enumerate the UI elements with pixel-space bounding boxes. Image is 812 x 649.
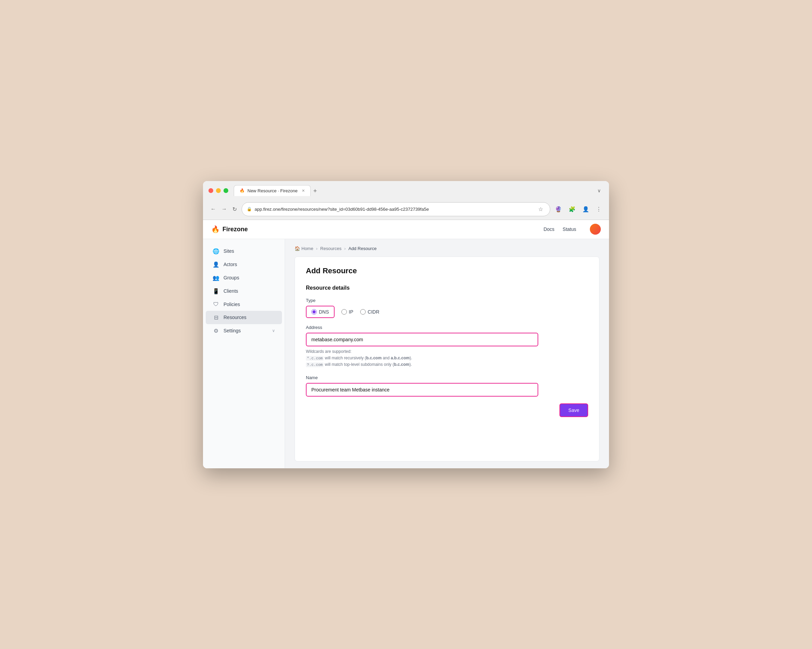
type-label: Type [306, 298, 588, 303]
new-tab-button[interactable]: + [311, 186, 320, 196]
profile-extensions-button[interactable]: 🧩 [566, 205, 578, 214]
sidebar-label-actors: Actors [223, 262, 237, 267]
tab-title: New Resource · Firezone [247, 188, 298, 193]
address-hint: Wildcards are supported: *.c.com will ma… [306, 349, 588, 368]
tab-favicon: 🔥 [240, 188, 245, 193]
status-link[interactable]: Status [563, 227, 576, 232]
person-icon: 👤 [212, 261, 220, 268]
dns-radio-option[interactable]: DNS [311, 309, 329, 315]
dns-label: DNS [319, 309, 329, 315]
back-button[interactable]: ← [209, 205, 218, 214]
tab-bar: 🔥 New Resource · Firezone ✕ + [234, 185, 595, 196]
hint-1-bold2: a.b.c.com [391, 356, 409, 360]
breadcrumb-home-link[interactable]: 🏠 Home [295, 246, 313, 251]
hint-2-text: will match top-level subdomains only ( [324, 362, 394, 367]
extensions-button[interactable]: 🔮 [553, 205, 564, 214]
dns-radio-input[interactable] [311, 309, 317, 315]
stack-icon: ⊟ [212, 314, 220, 321]
group-icon: 👥 [212, 275, 220, 281]
security-icon: 🔒 [247, 207, 252, 212]
sidebar-item-settings[interactable]: ⚙ Settings ∨ [206, 324, 282, 337]
hint-1-and: and [382, 356, 391, 360]
refresh-button[interactable]: ↻ [230, 205, 239, 214]
address-label: Address [306, 325, 588, 330]
minimize-button[interactable] [216, 188, 221, 193]
app-header: 🔥 Firezone Docs Status [203, 220, 609, 239]
ip-radio-input[interactable] [341, 309, 347, 315]
browser-collapse-button[interactable]: ∨ [595, 186, 603, 195]
page-card: Add Resource Resource details Type DNS [295, 256, 600, 462]
logo-icon: 🔥 [211, 225, 220, 233]
sidebar-item-groups[interactable]: 👥 Groups [206, 271, 282, 285]
home-icon: 🏠 [295, 246, 300, 251]
hint-1-text: will match recursively ( [324, 356, 366, 360]
sidebar-label-clients: Clients [223, 288, 238, 294]
gear-icon: ⚙ [212, 328, 220, 334]
section-title: Resource details [306, 285, 588, 291]
address-bar[interactable]: 🔒 app.firez.one/firezone/resources/new?s… [242, 202, 550, 216]
ip-label: IP [349, 309, 353, 315]
sidebar-label-groups: Groups [223, 275, 239, 280]
docs-link[interactable]: Docs [543, 227, 554, 232]
hint-wildcard-star: *.c.com [306, 356, 324, 361]
browser-titlebar: 🔥 New Resource · Firezone ✕ + ∨ [209, 185, 603, 196]
nav-buttons: ← → ↻ [209, 205, 239, 214]
breadcrumb-separator-2: › [344, 246, 345, 251]
phone-icon: 📱 [212, 288, 220, 294]
page-content: 🏠 Home › Resources › Add Resource Add Re… [285, 239, 609, 468]
menu-button[interactable]: ⋮ [594, 205, 603, 214]
hint-wildcard-q: ?.c.com [306, 363, 324, 367]
cidr-radio-option[interactable]: CIDR [360, 309, 379, 315]
form-actions: Save [306, 404, 588, 417]
dns-type-box: DNS [306, 306, 334, 318]
type-radio-group: DNS IP CIDR [306, 306, 588, 318]
type-form-group: Type DNS IP [306, 298, 588, 318]
sidebar-item-sites[interactable]: 🌐 Sites [206, 245, 282, 258]
browser-chrome: 🔥 New Resource · Firezone ✕ + ∨ ← → ↻ 🔒 … [203, 181, 609, 220]
close-button[interactable] [209, 188, 213, 193]
breadcrumb-resources-link[interactable]: Resources [320, 246, 341, 251]
hint-title: Wildcards are supported: [306, 349, 351, 354]
toolbar-actions: 🔮 🧩 👤 ⋮ [553, 205, 603, 214]
sidebar-item-clients[interactable]: 📱 Clients [206, 285, 282, 298]
name-input[interactable] [306, 383, 538, 396]
save-button[interactable]: Save [559, 404, 588, 417]
sidebar-label-policies: Policies [223, 302, 240, 307]
sidebar-item-policies[interactable]: 🛡 Policies [206, 298, 282, 311]
breadcrumb-resources-label: Resources [320, 246, 341, 251]
profile-button[interactable]: 👤 [580, 205, 591, 214]
page-title: Add Resource [306, 267, 588, 275]
breadcrumb-separator-1: › [316, 246, 317, 251]
active-tab[interactable]: 🔥 New Resource · Firezone ✕ [234, 185, 311, 196]
globe-icon: 🌐 [212, 248, 220, 254]
tab-close-button[interactable]: ✕ [302, 189, 305, 193]
hint-2-bold: b.c.com [394, 362, 409, 367]
url-text: app.firez.one/firezone/resources/new?sit… [255, 207, 533, 212]
sidebar-item-resources[interactable]: ⊟ Resources [206, 311, 282, 324]
hint-1-suffix: ). [410, 356, 412, 360]
app-logo: 🔥 Firezone [211, 225, 248, 233]
bookmark-icon[interactable]: ☆ [536, 205, 545, 214]
sidebar-item-settings-left: ⚙ Settings [212, 328, 241, 334]
maximize-button[interactable] [223, 188, 228, 193]
user-avatar[interactable] [590, 224, 601, 235]
sidebar-label-resources: Resources [223, 315, 246, 320]
breadcrumb-current: Add Resource [349, 246, 377, 251]
sidebar-label-sites: Sites [223, 248, 234, 254]
forward-button[interactable]: → [220, 205, 229, 214]
hint-2-suffix: ). [409, 362, 412, 367]
name-form-group: Name [306, 375, 588, 396]
header-nav: Docs Status [543, 224, 601, 235]
sidebar: 🌐 Sites 👤 Actors 👥 Groups 📱 Clients 🛡 [203, 239, 285, 468]
cidr-label: CIDR [368, 309, 379, 315]
breadcrumb: 🏠 Home › Resources › Add Resource [295, 246, 600, 251]
address-input[interactable] [306, 333, 538, 346]
ip-radio-option[interactable]: IP [341, 309, 353, 315]
cidr-radio-input[interactable] [360, 309, 366, 315]
sidebar-label-settings: Settings [223, 328, 241, 334]
traffic-lights [209, 188, 228, 193]
sidebar-item-actors[interactable]: 👤 Actors [206, 258, 282, 271]
main-content: 🌐 Sites 👤 Actors 👥 Groups 📱 Clients 🛡 [203, 239, 609, 468]
breadcrumb-home-label: Home [301, 246, 313, 251]
browser-window: 🔥 New Resource · Firezone ✕ + ∨ ← → ↻ 🔒 … [203, 181, 609, 468]
